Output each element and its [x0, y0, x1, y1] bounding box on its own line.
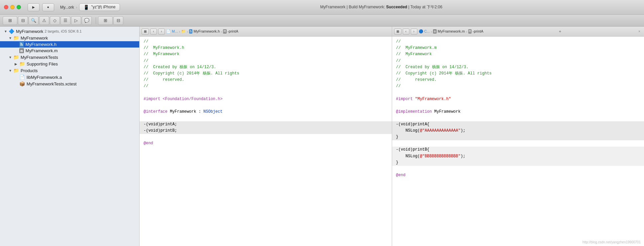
code-line: // [140, 58, 392, 64]
products-group-label: Products [21, 68, 38, 73]
minimize-button[interactable] [10, 5, 15, 9]
project-breadcrumb: My...ork [60, 5, 74, 10]
sidebar-item-project[interactable]: ▼ 🔷 MyFramework 2 targets, iOS SDK 8.1 [0, 28, 139, 35]
toolbar-left-group: ⊞ ⊟ 🔍 ⚠ ◇ ☰ ▷ 💬 [3, 16, 92, 25]
code-line: -(void)printA{ [392, 121, 644, 128]
supporting-arrow: ▶ [15, 62, 19, 66]
close-editor-btn[interactable]: × [637, 29, 642, 34]
sidebar-item-xctest[interactable]: 📦 MyFrameworkTests.xctest [0, 80, 139, 87]
left-bc-2[interactable]: 📁 [181, 29, 186, 34]
right-bc-3[interactable]: M -printA [468, 29, 483, 34]
m-file-badge: m [19, 48, 24, 53]
diff-btn[interactable]: ◇ [50, 16, 60, 25]
title-controls: ▶ ■ [28, 3, 54, 11]
code-line [140, 134, 392, 140]
code-line: // Created by 杨振 on 14/12/3. [140, 64, 392, 70]
supporting-folder-icon: 📁 [19, 61, 25, 66]
left-back-btn[interactable]: ‹ [150, 29, 157, 35]
code-line: NSLog(@"AAAAAAAAAAAAAA"); [392, 128, 644, 134]
panel-toggle[interactable]: ⊞ [98, 16, 113, 25]
traffic-lights [4, 5, 21, 9]
left-bc-1[interactable]: 📄 M... [166, 29, 178, 34]
code-line: @interface MyFramework : NSObject [140, 109, 392, 115]
main-area: ▼ 🔷 MyFramework 2 targets, iOS SDK 8.1 ▼… [0, 27, 644, 246]
project-icon: 🔷 [9, 29, 14, 34]
code-line: // [140, 39, 392, 45]
project-arrow: ▼ [4, 30, 9, 33]
code-line: @implementation MyFramework [392, 109, 644, 115]
sidebar-item-libmyframework[interactable]: 📄 libMyFramework.a [0, 74, 139, 80]
watermark: http://blog.csdn.net/yangzhen19900701 [583, 240, 641, 244]
toolbar-sep-1 [96, 17, 96, 24]
toolbar-right-group: ⊞ ⊟ [98, 16, 123, 25]
lib-icon: 📄 [19, 74, 25, 80]
left-editor-pane: ⊞ ‹ › 📄 M... › 📁 › h MyFramework.h › M -… [140, 27, 392, 246]
code-line: // reserved. [392, 77, 644, 83]
hierarchy-btn[interactable]: ⊟ [18, 16, 28, 25]
left-bc-3[interactable]: h MyFramework.h [189, 29, 220, 34]
left-nav-bar: ⊞ ‹ › 📄 M... › 📁 › h MyFramework.h › M -… [140, 27, 392, 37]
utilities-btn[interactable]: ⊟ [113, 16, 123, 25]
sidebar-item-myframework-m[interactable]: m MyFramework.m [0, 48, 139, 54]
h-file-badge: h [19, 42, 24, 47]
code-line: // MyFramework.m [392, 45, 644, 51]
left-code-area[interactable]: // // MyFramework.h // MyFramework // //… [140, 37, 392, 246]
code-line: // MyFramework.h [140, 45, 392, 51]
right-bc-1[interactable]: 🔵 C... [419, 29, 430, 34]
right-bc-2[interactable]: m MyFramework.m [433, 29, 465, 34]
navigator-toggle[interactable]: ⊞ [3, 16, 17, 25]
code-line: -(void)printA; [140, 121, 392, 128]
right-forward-btn[interactable]: › [411, 29, 417, 35]
right-code-area[interactable]: // // MyFramework.m // MyFramework // //… [392, 37, 644, 246]
supporting-files-label: Supporting Files [27, 62, 58, 66]
sidebar-item-myframeworktests-group[interactable]: ▼ 📁 MyFrameworkTests [0, 54, 139, 61]
device-label: "yz"的 iPhone [91, 4, 115, 10]
right-nav-bar: ⊞ ‹ › 🔵 C... › m MyFramework.m › M -prin… [392, 27, 644, 37]
code-line: // [392, 83, 644, 89]
code-line: NSLog(@"BBBBBBBBBBBBBB"); [392, 153, 644, 160]
code-line: #import "MyFramework.h" [392, 96, 644, 102]
code-line [140, 115, 392, 121]
left-grid-btn[interactable]: ⊞ [142, 29, 149, 35]
left-bc-4[interactable]: M -printA [223, 29, 238, 34]
sidebar: ▼ 🔷 MyFramework 2 targets, iOS SDK 8.1 ▼… [0, 27, 140, 246]
code-line: } [392, 160, 644, 166]
maximize-button[interactable] [17, 5, 21, 9]
sidebar-item-supporting-files[interactable]: ▶ 📁 Supporting Files [0, 61, 139, 67]
code-line: -(void)printB{ [392, 147, 644, 153]
build-result: Succeeded [386, 5, 407, 9]
warning-btn[interactable]: ⚠ [39, 16, 49, 25]
products-arrow: ▼ [9, 69, 13, 72]
sidebar-item-products-group[interactable]: ▼ 📁 Products [0, 67, 139, 74]
chat-btn[interactable]: 💬 [82, 16, 92, 25]
lib-label: libMyFramework.a [27, 75, 62, 80]
right-back-btn[interactable]: ‹ [403, 29, 409, 35]
run-button[interactable]: ▶ [28, 3, 40, 11]
tag-btn[interactable]: ▷ [71, 16, 81, 25]
code-line: // [140, 83, 392, 89]
close-button[interactable] [4, 5, 8, 9]
code-line [140, 102, 392, 109]
left-breadcrumb: 📄 M... › 📁 › h MyFramework.h › M -printA [166, 29, 238, 34]
code-line: // Copyright (c) 2014年 杨振. All rights [392, 70, 644, 77]
sidebar-item-myframework-h[interactable]: h MyFramework.h [0, 41, 139, 48]
code-line: // MyFramework [392, 51, 644, 58]
add-editor-btn[interactable]: + [557, 29, 563, 34]
code-line: #import <Foundation/Foundation.h> [140, 96, 392, 102]
search-btn[interactable]: 🔍 [29, 16, 39, 25]
right-editor-pane: ⊞ ‹ › 🔵 C... › m MyFramework.m › M -prin… [392, 27, 644, 246]
scheme-selector[interactable]: My...ork › 📱 "yz"的 iPhone [60, 3, 120, 11]
sidebar-item-myframework-group[interactable]: ▼ 📁 MyFramework [0, 35, 139, 41]
folder-arrow: ▼ [9, 36, 13, 40]
code-line [392, 115, 644, 121]
list-btn[interactable]: ☰ [60, 16, 70, 25]
stop-button[interactable]: ■ [42, 3, 54, 11]
breadcrumb-separator: › [76, 5, 77, 9]
right-grid-btn[interactable]: ⊞ [394, 29, 401, 35]
code-line [392, 102, 644, 109]
device-selector[interactable]: 📱 "yz"的 iPhone [79, 3, 120, 11]
left-forward-btn[interactable]: › [158, 29, 165, 35]
code-line: // Copyright (c) 2014年 杨振. All rights [140, 70, 392, 77]
title-bar: ▶ ■ My...ork › 📱 "yz"的 iPhone MyFramewor… [0, 0, 644, 15]
editor-area: ⊞ ‹ › 📄 M... › 📁 › h MyFramework.h › M -… [140, 27, 644, 246]
